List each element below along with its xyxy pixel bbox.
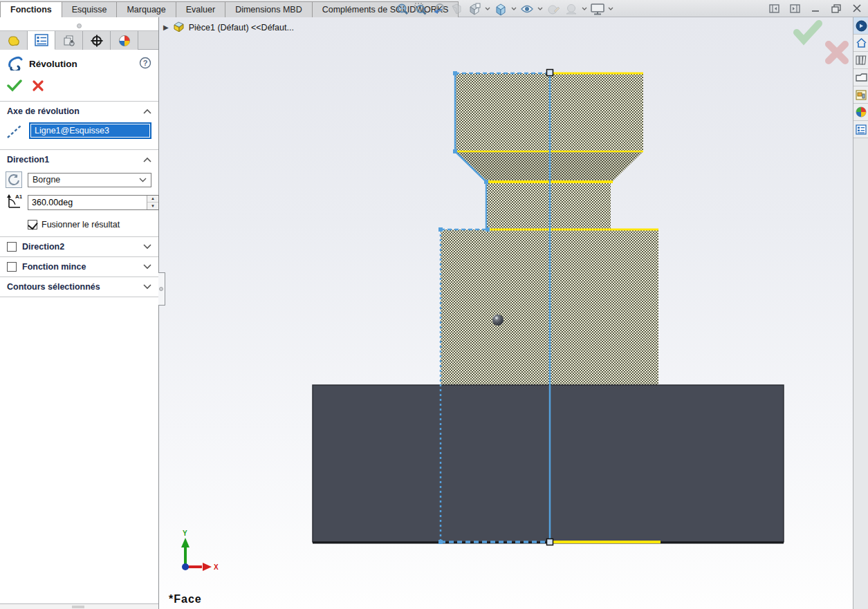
svg-text:A1: A1 [15, 194, 22, 200]
previous-view-icon[interactable] [430, 1, 447, 17]
property-manager-tab[interactable] [28, 31, 55, 50]
spin-down-icon[interactable]: ▼ [147, 202, 158, 209]
section-view-icon[interactable] [448, 1, 465, 17]
accept-button[interactable] [7, 79, 22, 94]
apply-scene-dropdown-icon[interactable] [581, 1, 588, 17]
flyout-grip-icon [159, 287, 163, 291]
tab-dimensions-mbd[interactable]: Dimensions MBD [225, 1, 313, 17]
tab-fonctions[interactable]: Fonctions [0, 1, 62, 17]
appearances-scenes-icon[interactable] [853, 104, 868, 121]
confirm-accept-icon[interactable] [797, 24, 819, 40]
apply-scene-icon[interactable] [563, 1, 580, 17]
zoom-to-area-icon[interactable] [412, 1, 429, 17]
custom-properties-icon[interactable] [853, 121, 868, 138]
reverse-direction-button[interactable] [6, 171, 22, 188]
merge-result-checkbox[interactable] [28, 220, 37, 229]
svg-text:?: ? [143, 59, 148, 67]
direction1-group-header[interactable]: Direction1 [0, 150, 158, 169]
manager-tab-strip [0, 31, 158, 50]
minimize-icon[interactable] [809, 1, 822, 15]
close-icon[interactable] [850, 1, 864, 15]
view-orientation-icon[interactable] [466, 1, 483, 17]
panel-flyout-handle[interactable] [158, 272, 165, 306]
edit-appearance-icon[interactable] [545, 1, 562, 17]
restore-icon[interactable] [829, 1, 843, 15]
selected-contours-group-header[interactable]: Contours sélectionnés [0, 277, 158, 297]
hide-show-dropdown-icon[interactable] [537, 1, 544, 17]
panel-splitter[interactable] [0, 17, 158, 31]
chevron-down-icon [139, 178, 147, 182]
file-explorer-icon[interactable] [853, 69, 868, 86]
thin-feature-group-header[interactable]: Fonction mince [0, 257, 158, 277]
reference-triad: Y X [181, 530, 219, 571]
spin-up-icon[interactable]: ▲ [147, 196, 158, 203]
collapse-chevron-icon[interactable] [143, 155, 151, 165]
model-canvas[interactable]: Y X [159, 17, 853, 609]
axis-selection-box[interactable]: Ligne1@Esquisse3 [29, 122, 151, 139]
display-style-icon[interactable] [492, 1, 509, 17]
tab-marquage[interactable]: Marquage [117, 1, 176, 17]
solidworks-resources-icon[interactable] [853, 17, 868, 35]
axis-selection-item[interactable]: Ligne1@Esquisse3 [31, 124, 149, 137]
angle-spinner: ▲ ▼ [147, 196, 158, 209]
angle-spinbox: ▲ ▼ [28, 195, 159, 210]
merge-result-label[interactable]: Fusionner le résultat [41, 220, 120, 229]
selected-contours-group-title: Contours sélectionnés [7, 282, 143, 292]
direction2-group-title: Direction2 [22, 242, 143, 252]
view-settings-dropdown-icon[interactable] [607, 1, 614, 17]
panel-horizontal-scrollbar[interactable] [0, 603, 158, 609]
display-style-dropdown-icon[interactable] [510, 1, 517, 17]
help-icon[interactable]: ? [139, 57, 151, 71]
splitter-grip-icon[interactable] [77, 24, 82, 28]
collapse-chevron-icon[interactable] [143, 106, 151, 116]
top-command-bar: Fonctions Esquisse Marquage Evaluer Dime… [0, 0, 868, 17]
design-library-icon[interactable] [853, 52, 868, 69]
expand-chevron-icon[interactable] [143, 242, 151, 252]
scrollbar-thumb[interactable] [72, 606, 84, 608]
window-controls [767, 1, 864, 16]
hide-show-items-icon[interactable] [519, 1, 535, 17]
graphics-area[interactable]: ▶ Pièce1 (Défaut) <<Défaut... [159, 17, 853, 609]
tab-evaluer[interactable]: Evaluer [176, 1, 225, 17]
ribbon-tab-bar: Fonctions Esquisse Marquage Evaluer Dime… [0, 1, 459, 17]
direction2-group-header[interactable]: Direction2 [0, 237, 158, 256]
collapse-right-pane-icon[interactable] [788, 1, 802, 15]
divider [0, 297, 158, 297]
angle-icon: A1 [6, 192, 22, 212]
revolve-feature-icon [7, 55, 24, 73]
axis-group-header[interactable]: Axe de révolution [0, 102, 158, 121]
task-pane-strip [853, 17, 868, 609]
expand-chevron-icon[interactable] [143, 282, 151, 292]
triad-x-label: X [214, 563, 219, 571]
confirm-cancel-icon[interactable] [829, 44, 845, 61]
tab-esquisse[interactable]: Esquisse [62, 1, 118, 17]
view-settings-icon[interactable] [589, 1, 606, 17]
feature-manager-tab[interactable] [0, 31, 28, 50]
collapse-left-pane-icon[interactable] [767, 1, 781, 15]
base-block[interactable] [313, 385, 784, 542]
direction1-group-title: Direction1 [7, 155, 143, 165]
property-manager-panel: Révolution ? Axe de révolution Ligne1@Es… [0, 17, 159, 609]
triad-y-label: Y [183, 530, 187, 537]
origin-highlight [495, 317, 498, 319]
angle-input[interactable] [28, 196, 147, 209]
view-orientation-dropdown-icon[interactable] [484, 1, 491, 17]
cancel-button[interactable] [32, 79, 44, 94]
dimxpert-manager-tab[interactable] [83, 31, 111, 50]
panel-title: Révolution [29, 59, 139, 69]
end-condition-dropdown[interactable]: Borgne [28, 173, 151, 187]
home-icon[interactable] [853, 35, 868, 52]
axis-group-title: Axe de révolution [7, 106, 143, 116]
expand-chevron-icon[interactable] [143, 262, 151, 272]
thin-feature-checkbox[interactable] [7, 262, 17, 272]
zoom-to-fit-icon[interactable] [394, 1, 411, 17]
confirmation-corner[interactable] [797, 24, 845, 61]
thin-feature-group-title: Fonction mince [22, 262, 143, 272]
view-palette-icon[interactable] [853, 86, 868, 104]
origin-point[interactable] [492, 315, 504, 326]
revolve-preview-neck[interactable] [486, 182, 611, 229]
display-manager-tab[interactable] [111, 31, 138, 50]
direction2-checkbox[interactable] [7, 242, 17, 252]
axis-line-icon [6, 122, 24, 142]
configuration-manager-tab[interactable] [55, 31, 83, 50]
